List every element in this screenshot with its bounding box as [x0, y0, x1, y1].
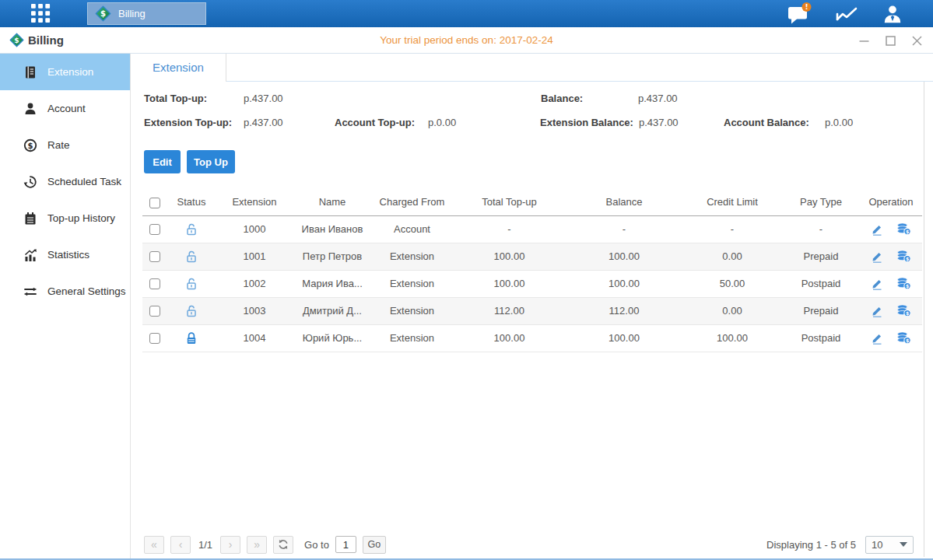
- status-cell: [185, 250, 198, 261]
- go-button[interactable]: Go: [363, 536, 386, 554]
- page-size-value: 10: [872, 539, 882, 551]
- top-up-button[interactable]: Top Up: [187, 150, 235, 173]
- edit-row-icon[interactable]: [871, 250, 883, 263]
- name-cell: Петр Петров: [293, 243, 371, 270]
- page-size-select[interactable]: 10: [865, 536, 914, 554]
- sidebar-item-label: Top-up History: [47, 212, 115, 224]
- edit-row-icon[interactable]: [871, 223, 883, 236]
- unlocked-icon: [185, 222, 198, 236]
- notepad-icon: [23, 212, 37, 226]
- svg-text:$: $: [100, 9, 106, 18]
- topup-row-icon[interactable]: $: [896, 304, 911, 317]
- pay-type-cell: Postpaid: [782, 324, 860, 352]
- row-checkbox[interactable]: [149, 251, 160, 262]
- last-page-button[interactable]: »: [247, 536, 267, 554]
- goto-page-input[interactable]: [335, 536, 356, 553]
- balance-cell: 100.00: [566, 324, 682, 352]
- charged-from-cell: Extension: [371, 270, 453, 297]
- header-pay-type: Pay Type: [782, 189, 860, 215]
- extension-table: Status Extension Name Charged From Total…: [142, 189, 922, 352]
- next-page-button[interactable]: ›: [220, 536, 240, 554]
- row-checkbox[interactable]: [149, 278, 160, 289]
- svg-text:$: $: [28, 141, 33, 149]
- trial-notice: Your trial period ends on: 2017-02-24: [0, 27, 933, 54]
- name-cell: Мария Ива...: [293, 270, 371, 297]
- extension-cell: 1004: [216, 324, 293, 352]
- pay-type-cell: -: [782, 215, 860, 243]
- topup-row-icon[interactable]: $: [896, 222, 911, 236]
- total-topup-label: Total Top-up:: [144, 93, 207, 104]
- pay-type-cell: Postpaid: [782, 270, 860, 297]
- select-all-checkbox[interactable]: [149, 198, 160, 208]
- topup-row-icon[interactable]: $: [896, 250, 911, 263]
- total-topup-cell: -: [453, 215, 566, 243]
- header-total-topup: Total Top-up: [453, 189, 566, 215]
- extension-balance-value: p.437.00: [639, 117, 679, 128]
- total-topup-cell: 100.00: [453, 243, 566, 270]
- edit-row-icon[interactable]: [871, 332, 883, 345]
- tab-extension[interactable]: Extension: [131, 54, 226, 82]
- statistics-chart-icon[interactable]: [835, 4, 858, 24]
- billing-diamond-icon: $: [95, 5, 111, 22]
- account-topup-label: Account Top-up:: [335, 117, 415, 128]
- maximize-icon[interactable]: [886, 36, 896, 46]
- sidebar-item-scheduled-task[interactable]: Scheduled Task: [0, 163, 130, 200]
- account-balance-value: p.0.00: [825, 117, 853, 128]
- credit-limit-cell: 50.00: [682, 270, 782, 297]
- sidebar-item-rate[interactable]: $ Rate: [0, 127, 130, 163]
- header-operation: Operation: [860, 189, 922, 215]
- sidebar-item-statistics[interactable]: Statistics: [0, 236, 130, 273]
- edit-row-icon[interactable]: [871, 278, 883, 290]
- sidebar-item-extension[interactable]: Extension: [0, 54, 130, 90]
- header-name: Name: [293, 189, 371, 215]
- minimize-icon[interactable]: [859, 36, 869, 46]
- first-page-button[interactable]: «: [144, 536, 164, 554]
- charged-from-cell: Extension: [371, 243, 453, 270]
- balance-cell: 100.00: [566, 243, 682, 270]
- refresh-button[interactable]: [273, 536, 293, 554]
- sidebar-item-general-settings[interactable]: General Settings: [0, 273, 130, 310]
- edit-row-icon[interactable]: [871, 305, 883, 317]
- notifications-chat-icon[interactable]: !: [787, 2, 812, 26]
- tabs-row: Extension: [131, 54, 933, 82]
- taskbar-item-billing[interactable]: $ Billing: [87, 2, 206, 25]
- edit-button[interactable]: Edit: [144, 150, 181, 173]
- svg-text:!: !: [805, 3, 808, 11]
- sidebar-item-label: Rate: [47, 139, 70, 151]
- sidebar-item-topup-history[interactable]: Top-up History: [0, 200, 130, 236]
- name-cell: Дмитрий Д...: [293, 297, 371, 324]
- pay-type-cell: Prepaid: [782, 297, 860, 324]
- name-cell: Юрий Юрь...: [293, 324, 371, 352]
- status-cell: [185, 331, 198, 343]
- table-header-row: Status Extension Name Charged From Total…: [142, 189, 922, 215]
- person-icon: [23, 102, 37, 116]
- pagination-summary: Displaying 1 - 5 of 5 10: [766, 535, 914, 554]
- chart-arrow-icon: [23, 248, 37, 262]
- credit-limit-cell: -: [682, 215, 782, 243]
- unlocked-icon: [185, 304, 198, 318]
- table-row: 1000 Иван Иванов Account - - - -: [142, 215, 922, 243]
- topup-row-icon[interactable]: $: [896, 331, 911, 345]
- sidebar: Extension Account $ Rate Scheduled Task …: [0, 54, 131, 560]
- table-row: 1002 Мария Ива... Extension 100.00 100.0…: [142, 270, 922, 297]
- topup-row-icon[interactable]: $: [896, 277, 911, 290]
- balance-cell: 100.00: [566, 270, 682, 297]
- displaying-text: Displaying 1 - 5 of 5: [766, 539, 856, 551]
- extension-cell: 1003: [216, 297, 293, 324]
- svg-text:$: $: [906, 310, 909, 316]
- apps-grid-icon[interactable]: [31, 4, 51, 24]
- extension-balance-label: Extension Balance:: [540, 117, 633, 128]
- chevron-down-icon: [900, 542, 907, 547]
- user-account-icon[interactable]: [882, 3, 903, 25]
- row-checkbox[interactable]: [149, 224, 160, 235]
- pay-type-cell: Prepaid: [782, 243, 860, 270]
- sidebar-item-label: General Settings: [47, 285, 126, 297]
- row-checkbox[interactable]: [149, 333, 160, 344]
- close-icon[interactable]: [912, 36, 922, 46]
- sidebar-item-account[interactable]: Account: [0, 90, 130, 127]
- goto-label: Go to: [304, 539, 329, 551]
- account-topup-value: p.0.00: [428, 117, 456, 128]
- status-cell: [185, 277, 198, 289]
- prev-page-button[interactable]: ‹: [170, 536, 191, 554]
- row-checkbox[interactable]: [149, 306, 160, 317]
